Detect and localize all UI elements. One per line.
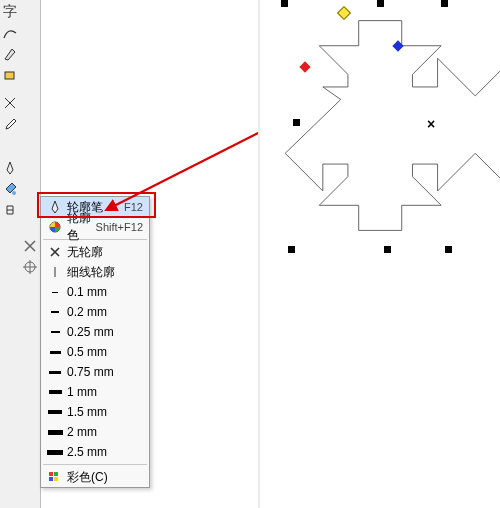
menu-item-label: 无轮廓 — [65, 244, 145, 261]
selection-handle[interactable] — [288, 246, 295, 253]
outline-tool-icon[interactable] — [1, 158, 19, 178]
outline-flyout-menu: 轮廓笔F12轮廓色Shift+F12无轮廓细线轮廓0.1 mm0.2 mm0.2… — [40, 196, 150, 488]
svg-rect-5 — [54, 472, 58, 476]
menu-item-outline-color[interactable]: 轮廓色Shift+F12 — [41, 217, 149, 237]
menu-item-label: 0.2 mm — [65, 305, 145, 319]
selection-handle[interactable] — [281, 0, 288, 7]
menu-item-w-2[interactable]: 2 mm — [41, 422, 149, 442]
freehand-tool-icon[interactable] — [1, 23, 19, 43]
wheel-icon — [45, 220, 65, 234]
toolbox-separator — [1, 86, 19, 92]
menu-item-no-outline[interactable]: 无轮廓 — [41, 242, 149, 262]
menu-item-shortcut: F12 — [124, 201, 145, 213]
selection-handle[interactable] — [384, 246, 391, 253]
line-weight-icon — [45, 292, 65, 293]
fill-tool-icon[interactable] — [1, 179, 19, 199]
drawing-canvas[interactable]: × — [258, 0, 500, 508]
toolbox-secondary — [20, 0, 41, 508]
svg-rect-0 — [5, 72, 14, 79]
menu-item-w-2.5[interactable]: 2.5 mm — [41, 442, 149, 462]
line-weight-icon — [45, 331, 65, 333]
menu-item-w-0.5[interactable]: 0.5 mm — [41, 342, 149, 362]
selection-handle[interactable] — [293, 119, 300, 126]
pen-tool-icon[interactable] — [1, 44, 19, 64]
menu-item-label: 彩色(C) — [65, 469, 145, 486]
transparency-tool-icon[interactable] — [1, 200, 19, 220]
presets-icon — [45, 470, 65, 484]
svg-rect-4 — [49, 472, 53, 476]
menu-item-label: 0.1 mm — [65, 285, 145, 299]
menu-item-w-0.25[interactable]: 0.25 mm — [41, 322, 149, 342]
menu-item-label: 1 mm — [65, 385, 145, 399]
menu-item-label: 2 mm — [65, 425, 145, 439]
svg-rect-7 — [54, 477, 58, 481]
menu-item-w-0.2[interactable]: 0.2 mm — [41, 302, 149, 322]
menu-item-label: 2.5 mm — [65, 445, 145, 459]
menu-item-w-1.5[interactable]: 1.5 mm — [41, 402, 149, 422]
text-tool-icon[interactable]: 字 — [1, 2, 19, 22]
menu-item-label: 0.75 mm — [65, 365, 145, 379]
svg-point-1 — [12, 191, 16, 195]
crosshair-tool-icon[interactable] — [21, 257, 39, 277]
menu-item-label: 轮廓色 — [65, 210, 96, 244]
smart-fill-icon[interactable] — [1, 65, 19, 85]
selection-center-mark: × — [427, 117, 435, 131]
menu-item-w-0.1[interactable]: 0.1 mm — [41, 282, 149, 302]
menu-item-label: 1.5 mm — [65, 405, 145, 419]
dropper-tool-icon[interactable] — [1, 114, 19, 134]
line-weight-icon — [45, 410, 65, 414]
menu-item-w-1[interactable]: 1 mm — [41, 382, 149, 402]
line-weight-icon — [45, 351, 65, 354]
interactive-tool-icon[interactable] — [1, 93, 19, 113]
nib-icon — [45, 200, 65, 214]
menu-item-label: 0.25 mm — [65, 325, 145, 339]
line-weight-icon — [45, 390, 65, 394]
line-weight-icon — [45, 430, 65, 435]
menu-item-shortcut: Shift+F12 — [96, 221, 145, 233]
line-weight-icon — [45, 311, 65, 313]
selection-handle[interactable] — [445, 246, 452, 253]
line-weight-icon — [45, 450, 65, 455]
selected-shape[interactable] — [278, 0, 500, 260]
toolbox-primary: 字 — [0, 0, 21, 508]
selection-handle[interactable] — [441, 0, 448, 7]
menu-item-color-presets[interactable]: 彩色(C) — [41, 467, 149, 487]
svg-rect-6 — [49, 477, 53, 481]
menu-item-label: 0.5 mm — [65, 345, 145, 359]
snap-toggle-icon[interactable] — [21, 236, 39, 256]
app-root: { "toolstrip_a": [ {"name":"text-tool-ic… — [0, 0, 500, 508]
selection-handle[interactable] — [377, 0, 384, 7]
x-icon — [45, 245, 65, 259]
menu-item-label: 细线轮廓 — [65, 264, 145, 281]
page-edge-shadow — [258, 0, 260, 508]
line-weight-icon — [45, 371, 65, 374]
menu-item-hairline[interactable]: 细线轮廓 — [41, 262, 149, 282]
flyout-divider — [43, 464, 147, 465]
menu-item-w-0.75[interactable]: 0.75 mm — [41, 362, 149, 382]
hair-icon — [45, 265, 65, 279]
